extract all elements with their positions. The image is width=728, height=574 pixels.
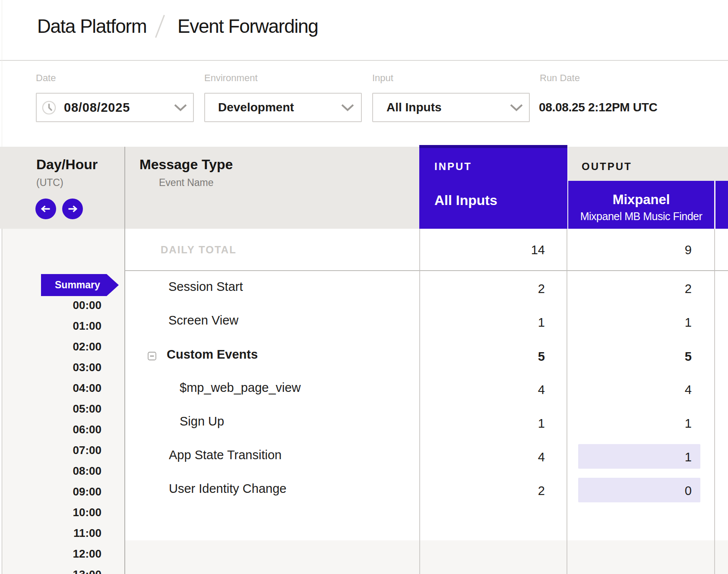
svg-text:Summary: Summary (55, 279, 100, 290)
